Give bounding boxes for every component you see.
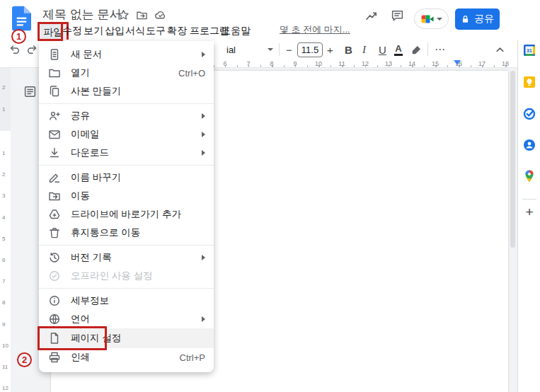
annotation-step-1: 1 [11,29,26,44]
google-tasks-icon[interactable] [522,107,536,121]
menu-item-version-history[interactable]: 버전 기록 [39,248,214,267]
ruler-number: 11 [338,60,345,67]
menu-item-page-setup[interactable]: 페이지 설정 [39,328,214,348]
submenu-arrow-icon [202,150,205,156]
vertical-ruler: 21123456789101112 [0,68,11,392]
ruler-number: 12 [2,385,8,391]
font-family-caret-icon[interactable] [268,40,273,59]
ruler-number: 14 [408,60,415,67]
scrollbar-thumb[interactable] [510,71,515,248]
menu-item-open[interactable]: 열기Ctrl+O [39,64,214,82]
ruler-number: 1 [2,150,5,156]
hide-menus-button[interactable] [494,40,506,59]
menu-item-details[interactable]: 세부정보 [39,292,214,310]
ruler-number: 4 [2,214,5,220]
version-history-icon [48,251,61,264]
ruler-number: 6 [2,257,5,263]
menu-help[interactable]: 도움말 [221,23,251,38]
menu-item-move-to-trash[interactable]: 휴지통으로 이동 [39,224,214,242]
copy-icon [48,85,61,98]
document-status-cloud-icon[interactable] [154,9,167,21]
submenu-arrow-icon [202,52,205,57]
more-toolbar-options-button[interactable]: ⋯ [435,40,445,59]
page-setup-icon [48,332,61,345]
document-scrollbar[interactable] [510,71,516,392]
google-keep-icon[interactable] [522,75,536,89]
ruler-number: 2 [2,84,5,91]
ruler-number: 9 [2,321,5,327]
google-contacts-icon[interactable] [522,138,536,152]
google-calendar-icon[interactable]: 31 [522,43,536,57]
file-menu-dropdown: 새 문서 열기Ctrl+O 사본 만들기 공유 이메일 다운로드 이름 바꾸기 [39,41,214,372]
increase-font-size-button[interactable]: + [327,40,333,59]
download-icon [48,146,61,159]
submenu-arrow-icon [202,255,205,260]
submenu-arrow-icon [202,316,205,322]
lock-icon [461,14,470,24]
comment-history-icon[interactable] [391,9,404,23]
ruler-number: 7 [246,60,250,67]
menu-item-print[interactable]: 인쇄Ctrl+P [39,348,214,367]
move-document-icon[interactable] [136,9,148,21]
italic-button[interactable]: I [362,40,366,59]
side-panel-divider [522,199,536,200]
ruler-number: 2 [2,171,5,178]
menu-format[interactable]: 서식 [125,23,145,38]
ruler-number: 10 [2,342,8,348]
menu-item-new-document[interactable]: 새 문서 [39,45,214,64]
right-indent-marker[interactable] [454,60,461,65]
menu-view[interactable]: 보기 [84,23,103,38]
font-size-field[interactable]: 11.5 [297,40,323,59]
redo-icon[interactable] [25,40,38,59]
ruler-number: 8 [270,60,273,67]
menu-divider [39,103,214,104]
font-family-select[interactable]: ial [226,40,236,59]
document-title[interactable]: 제목 없는 문서 [42,6,121,23]
menu-item-share[interactable]: 공유 [39,107,214,125]
submenu-arrow-icon [202,132,205,137]
menu-insert[interactable]: 삽입 [105,23,125,38]
bold-button[interactable]: B [345,40,352,59]
menu-tools[interactable]: 도구 [146,23,166,38]
join-meet-button[interactable] [414,8,449,29]
ruler-number: 6 [223,60,226,67]
menu-extensions[interactable]: 확장 프로그램 [167,23,229,38]
share-button[interactable]: 공유 [455,8,500,30]
move-folder-icon [48,190,61,202]
get-addons-button[interactable]: + [522,205,536,219]
menu-divider [39,165,214,166]
menu-item-move[interactable]: 이동 [39,187,214,205]
menu-item-add-drive-shortcut[interactable]: 드라이브에 바로가기 추가 [39,205,214,224]
drive-shortcut-icon [48,208,61,221]
highlight-color-icon[interactable] [410,40,423,59]
star-icon[interactable] [117,9,130,21]
ruler-number: 9 [293,60,297,67]
menu-item-offline: 오프라인 사용 설정 [39,267,214,285]
ruler-number: 15 [432,60,439,67]
text-color-button[interactable]: A [394,40,403,59]
document-activity-icon[interactable] [365,9,379,23]
menu-item-rename[interactable]: 이름 바꾸기 [39,168,214,187]
ruler-number: 12 [362,60,369,67]
menu-item-email[interactable]: 이메일 [39,125,214,144]
share-button-label: 공유 [474,13,494,25]
google-maps-icon[interactable] [522,169,536,183]
show-outline-icon[interactable] [23,85,37,98]
menu-item-download[interactable]: 다운로드 [39,144,214,162]
underline-button[interactable]: U [379,40,386,59]
new-document-icon [48,48,61,61]
person-add-icon [48,110,61,122]
menu-edit[interactable]: 수정 [62,23,82,38]
folder-open-icon [48,67,61,79]
last-edit-link[interactable]: 몇 초 전에 마지... [280,23,350,36]
info-icon [48,294,61,307]
google-docs-logo-icon[interactable] [12,6,31,31]
menu-item-make-copy[interactable]: 사본 만들기 [39,82,214,100]
decrease-font-size-button[interactable]: − [286,40,292,59]
menu-item-language[interactable]: 언어 [39,310,214,328]
print-icon [48,351,61,364]
ruler-number: 5 [2,235,5,241]
google-meet-icon [420,13,435,25]
ruler-number: 10 [315,60,322,67]
ruler-number: 11 [2,364,8,370]
